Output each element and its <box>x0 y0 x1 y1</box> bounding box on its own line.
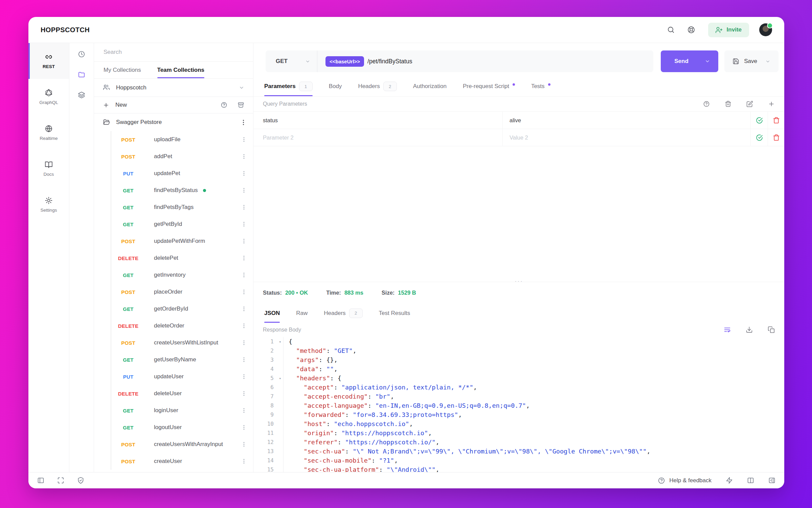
request-item-createuserswitharrayinput[interactable]: POSTcreateUsersWithArrayInput <box>111 436 253 453</box>
copy-icon[interactable] <box>768 326 775 333</box>
edit-icon[interactable] <box>746 101 753 107</box>
request-item-findpetsbytags[interactable]: GETfindPetsByTags <box>111 199 253 216</box>
sidebar-item-realtime[interactable]: Realtime <box>28 115 69 151</box>
fold-arrow-icon[interactable]: ▾ <box>279 337 281 346</box>
param-delete-button[interactable] <box>773 117 780 124</box>
pane-resize-handle[interactable]: ··· <box>253 282 784 282</box>
collections-search-input[interactable] <box>103 48 244 56</box>
kebab-menu-icon[interactable] <box>241 238 247 244</box>
wrap-lines-icon[interactable] <box>724 326 731 333</box>
kebab-menu-icon[interactable] <box>241 441 247 447</box>
sidebar-item-graphql[interactable]: GraphQL <box>28 79 69 115</box>
kebab-menu-icon[interactable] <box>241 407 247 414</box>
request-item-deleteorder[interactable]: DELETEdeleteOrder <box>111 317 253 334</box>
url-input[interactable]: <<baseUrl>> /pet/findByStatus <box>317 50 653 72</box>
columns-layout-icon[interactable] <box>747 477 754 484</box>
response-body-code[interactable]: 1▾{2 "method": "GET",3 "args": {},4 "dat… <box>253 337 784 472</box>
kebab-menu-icon[interactable] <box>241 357 247 363</box>
invite-button[interactable]: Invite <box>708 23 749 37</box>
request-item-createuser[interactable]: POSTcreateUser <box>111 453 253 470</box>
param-delete-button[interactable] <box>773 134 780 141</box>
archive-icon[interactable] <box>238 102 244 108</box>
response-tab-json[interactable]: JSON <box>264 304 280 323</box>
request-item-findpetsbystatus[interactable]: GETfindPetsByStatus <box>111 182 253 199</box>
collection-folder-clipped[interactable] <box>94 470 253 472</box>
kebab-menu-icon[interactable] <box>241 153 247 160</box>
kebab-menu-icon[interactable] <box>241 323 247 329</box>
delete-all-icon[interactable] <box>725 101 731 107</box>
help-circle-icon[interactable] <box>703 101 710 107</box>
baseurl-variable-pill[interactable]: <<baseUrl>> <box>325 56 364 67</box>
request-item-updateuser[interactable]: PUTupdateUser <box>111 368 253 385</box>
help-feedback-button[interactable]: Help & feedback <box>658 477 712 484</box>
kebab-menu-icon[interactable] <box>241 374 247 380</box>
request-tab-pre-request-script[interactable]: Pre-request Script <box>463 77 515 96</box>
kebab-menu-icon[interactable] <box>240 119 247 126</box>
kebab-menu-icon[interactable] <box>241 136 247 143</box>
toggle-sidebar-icon[interactable] <box>37 477 44 484</box>
add-param-icon[interactable] <box>768 101 775 107</box>
response-tab-raw[interactable]: Raw <box>296 304 308 323</box>
request-item-getpetbyid[interactable]: GETgetPetById <box>111 216 253 233</box>
param-key-input[interactable]: Parameter 2 <box>253 129 502 146</box>
request-item-getinventory[interactable]: GETgetInventory <box>111 267 253 283</box>
kebab-menu-icon[interactable] <box>241 221 247 227</box>
kebab-menu-icon[interactable] <box>241 187 247 193</box>
search-button[interactable] <box>667 26 675 34</box>
request-item-addpet[interactable]: POSTaddPet <box>111 148 253 165</box>
param-value-input[interactable]: Value 2 <box>502 129 750 146</box>
help-circle-icon[interactable] <box>221 102 227 108</box>
request-item-updatepetwithform[interactable]: POSTupdatePetWithForm <box>111 233 253 250</box>
request-item-deleteuser[interactable]: DELETEdeleteUser <box>111 385 253 402</box>
request-item-getorderbyid[interactable]: GETgetOrderById <box>111 300 253 317</box>
method-select[interactable]: GET <box>266 50 317 72</box>
collection-folder[interactable]: Swagger Petstore <box>94 113 253 131</box>
kebab-menu-icon[interactable] <box>241 170 247 176</box>
request-tab-authorization[interactable]: Authorization <box>413 77 447 96</box>
save-button[interactable]: Save <box>724 50 779 72</box>
request-item-getuserbyname[interactable]: GETgetUserByName <box>111 351 253 368</box>
fullscreen-icon[interactable] <box>57 477 64 484</box>
environments-tab-layers-icon[interactable] <box>78 91 85 99</box>
param-active-toggle[interactable] <box>756 134 763 141</box>
fold-arrow-icon[interactable]: ▾ <box>279 374 281 383</box>
kebab-menu-icon[interactable] <box>241 424 247 430</box>
sidebar-item-settings[interactable]: Settings <box>28 187 69 223</box>
download-icon[interactable] <box>746 326 753 333</box>
request-item-createuserswithlistinput[interactable]: POSTcreateUsersWithListInput <box>111 334 253 351</box>
history-tab-clock-icon[interactable] <box>78 50 85 58</box>
param-active-toggle[interactable] <box>756 117 763 124</box>
collections-tab-folder-icon[interactable] <box>78 71 85 78</box>
request-item-deletepet[interactable]: DELETEdeletePet <box>111 250 253 267</box>
request-item-logoutuser[interactable]: GETlogoutUser <box>111 419 253 436</box>
kebab-menu-icon[interactable] <box>241 458 247 464</box>
kebab-menu-icon[interactable] <box>241 204 247 210</box>
kebab-menu-icon[interactable] <box>241 289 247 295</box>
support-button[interactable] <box>687 26 695 34</box>
kebab-menu-icon[interactable] <box>241 390 247 397</box>
collapse-right-panel-icon[interactable] <box>768 477 775 484</box>
request-tab-parameters[interactable]: Parameters1 <box>264 77 313 96</box>
kebab-menu-icon[interactable] <box>241 306 247 312</box>
request-tab-headers[interactable]: Headers2 <box>358 77 397 96</box>
team-selector[interactable]: Hoppscotch <box>94 79 253 97</box>
kebab-menu-icon[interactable] <box>241 255 247 261</box>
shortcuts-bolt-icon[interactable] <box>726 477 733 484</box>
collections-tab-my-collections[interactable]: My Collections <box>104 62 141 78</box>
shield-check-icon[interactable] <box>77 477 84 484</box>
avatar[interactable] <box>759 23 772 36</box>
param-key-input[interactable]: status <box>253 112 502 129</box>
collections-tab-team-collections[interactable]: Team Collections <box>157 62 205 78</box>
sidebar-item-docs[interactable]: Docs <box>28 151 69 187</box>
param-value-input[interactable]: alive <box>502 112 750 129</box>
sidebar-item-rest[interactable]: REST <box>28 43 69 79</box>
kebab-menu-icon[interactable] <box>241 340 247 346</box>
new-collection-button[interactable]: New <box>103 102 127 108</box>
response-tab-headers[interactable]: Headers2 <box>324 304 362 323</box>
request-tab-tests[interactable]: Tests <box>531 77 550 96</box>
request-item-loginuser[interactable]: GETloginUser <box>111 402 253 419</box>
request-item-updatepet[interactable]: PUTupdatePet <box>111 165 253 182</box>
response-tab-test-results[interactable]: Test Results <box>379 304 410 323</box>
request-item-uploadfile[interactable]: POSTuploadFile <box>111 131 253 148</box>
send-button[interactable]: Send <box>661 50 718 72</box>
